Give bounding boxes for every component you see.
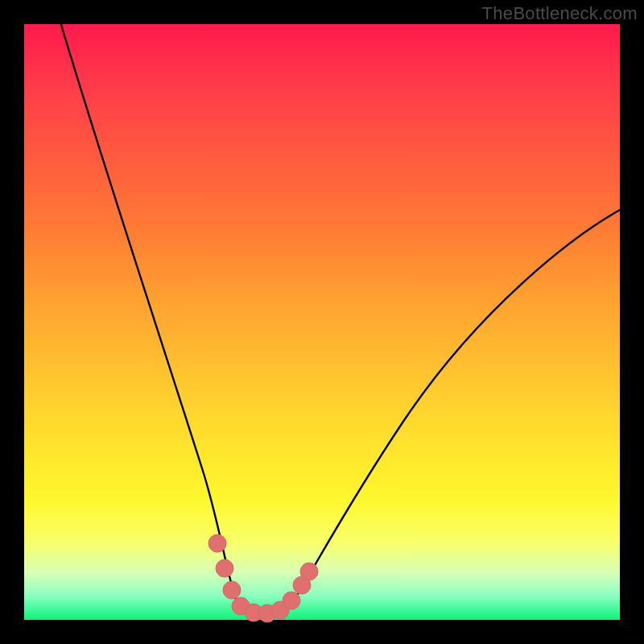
chart-frame: TheBottleneck.com <box>0 0 644 644</box>
marker-cluster <box>208 535 318 622</box>
bottleneck-curve <box>52 0 636 615</box>
marker-dot <box>208 535 226 552</box>
marker-dot <box>283 592 300 609</box>
marker-dot <box>300 563 318 580</box>
marker-dot <box>216 559 233 577</box>
chart-svg <box>24 24 620 620</box>
watermark-text: TheBottleneck.com <box>482 3 638 24</box>
marker-dot <box>223 581 241 599</box>
